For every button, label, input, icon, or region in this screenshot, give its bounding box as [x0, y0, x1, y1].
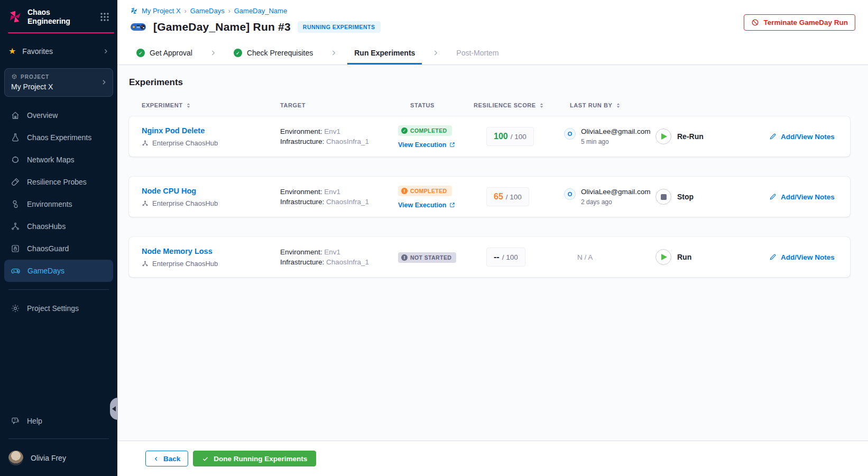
table-row: Nginx Pod Delete Enterprise ChaosHub Env…	[129, 116, 850, 157]
chevron-right-icon	[432, 41, 439, 65]
experiments-section: Experiments EXPERIMENT TARGET STATUS RES…	[117, 65, 868, 441]
back-button[interactable]: Back	[145, 451, 188, 466]
sidebar-item-help[interactable]: ? Help	[4, 410, 113, 432]
experiment-name-link[interactable]: Node Memory Loss	[142, 247, 213, 255]
sidebar-item-gamedays[interactable]: GameDays	[4, 260, 113, 282]
no-entry-icon	[751, 19, 759, 26]
sidebar-header: Chaos Engineering	[0, 0, 117, 32]
chevron-left-icon	[153, 456, 159, 462]
main-panel: My Project X › GameDays › GameDay_Name […	[117, 0, 868, 476]
action-label: Stop	[677, 193, 694, 201]
sidebar-spacer	[0, 319, 117, 410]
score-cell: 100 / 100	[474, 127, 564, 146]
project-selector[interactable]: PROJECT My Project X	[4, 68, 113, 97]
resilience-score-box: 65 / 100	[486, 187, 529, 206]
sidebar-item-chaoshubs[interactable]: ChaosHubs	[4, 215, 113, 237]
view-execution-link[interactable]: View Execution	[398, 141, 474, 149]
column-label: EXPERIMENT	[142, 102, 183, 108]
target-cell: Environment: Env1 Infrastructure: ChaosI…	[280, 126, 398, 147]
terminate-label: Terminate GameDay Run	[763, 19, 848, 26]
last-run-cell: O OliviaLee@gmail.com 5 min ago	[564, 127, 655, 145]
status-text: COMPLETED	[410, 188, 447, 194]
view-execution-label: View Execution	[398, 202, 446, 209]
action-cell: Stop	[655, 189, 769, 205]
sort-icon[interactable]	[539, 103, 544, 108]
tab-run-experiments[interactable]: Run Experiments	[351, 41, 418, 65]
column-header-status: STATUS	[398, 102, 474, 108]
gamepad-emoji-icon	[130, 21, 146, 33]
column-label: LAST RUN BY	[570, 102, 613, 108]
lock-shield-icon	[11, 244, 20, 253]
section-title: Experiments	[129, 77, 850, 88]
experiment-name-link[interactable]: Nginx Pod Delete	[142, 126, 205, 135]
done-label: Done Running Experiments	[214, 455, 307, 463]
avatar: O	[564, 128, 576, 140]
user-avatar	[8, 451, 23, 465]
score-value: --	[494, 252, 500, 262]
sidebar-item-chaos-experiments[interactable]: Chaos Experiments	[4, 126, 113, 149]
nodes-icon	[11, 222, 20, 231]
collapse-arrow-icon	[112, 406, 116, 411]
resilience-score-box: -- / 100	[486, 248, 525, 267]
sidebar-collapse-handle[interactable]	[110, 398, 118, 420]
sidebar-item-resilience-probes[interactable]: Resilience Probes	[4, 171, 113, 193]
sidebar-item-chaosguard[interactable]: ChaosGuard	[4, 237, 113, 260]
breadcrumb-module-icon	[130, 7, 138, 15]
step-label: Get Approval	[150, 49, 192, 57]
user-menu[interactable]: Olivia Frey	[0, 445, 117, 476]
nav-label: Environments	[27, 200, 72, 208]
action-cell: Re-Run	[655, 129, 769, 144]
add-view-notes-link[interactable]: Add/View Notes	[769, 133, 850, 141]
svg-text:?: ?	[14, 418, 16, 422]
module-grid-icon[interactable]	[98, 11, 111, 23]
avatar: O	[564, 188, 576, 200]
environment-label: Environment:	[280, 248, 322, 256]
run-time: 2 days ago	[581, 198, 651, 206]
add-view-notes-link[interactable]: Add/View Notes	[769, 193, 850, 201]
breadcrumb-gameday-link[interactable]: GameDay_Name	[234, 7, 287, 15]
action-label: Run	[677, 253, 691, 261]
sidebar-divider	[8, 438, 109, 439]
infrastructure-label: Infrastructure:	[280, 198, 324, 206]
cube-icon	[11, 74, 17, 80]
action-cell: Run	[655, 249, 769, 265]
re-run-button[interactable]: Re-Run	[655, 129, 704, 144]
stop-button[interactable]: Stop	[655, 189, 694, 205]
check-circle-icon: ✓	[401, 127, 408, 134]
exclamation-circle-icon: !	[401, 188, 408, 194]
pencil-icon	[769, 133, 777, 140]
sidebar-item-favorites[interactable]: ★ Favorites	[0, 40, 117, 63]
play-icon	[655, 129, 671, 144]
add-view-notes-link[interactable]: Add/View Notes	[769, 253, 850, 261]
tab-post-mortem[interactable]: Post-Mortem	[453, 41, 502, 65]
sort-icon[interactable]	[615, 103, 621, 108]
play-icon	[655, 249, 671, 265]
sort-icon[interactable]	[186, 103, 191, 108]
chevron-right-icon	[209, 41, 217, 65]
environment-value: Env1	[324, 248, 340, 256]
view-execution-link[interactable]: View Execution	[398, 202, 474, 209]
terminate-gameday-button[interactable]: Terminate GameDay Run	[744, 14, 855, 31]
column-label: STATUS	[410, 102, 435, 108]
flask-icon	[11, 133, 20, 142]
sidebar-item-overview[interactable]: Overview	[4, 104, 113, 126]
breadcrumb-gamedays-link[interactable]: GameDays	[190, 7, 225, 15]
run-button[interactable]: Run	[655, 249, 691, 265]
column-header-experiment: EXPERIMENT	[142, 102, 280, 108]
tab-check-prerequisites[interactable]: ✓ Check Prerequisites	[230, 41, 316, 65]
done-running-experiments-button[interactable]: Done Running Experiments	[193, 451, 316, 466]
table-row: Node CPU Hog Enterprise ChaosHub Environ…	[129, 177, 850, 217]
nav-label: ChaosHubs	[27, 222, 66, 231]
check-circle-icon: ✓	[234, 49, 242, 57]
sidebar-item-project-settings[interactable]: Project Settings	[4, 297, 113, 319]
app-title: Chaos Engineering	[27, 8, 93, 25]
breadcrumb-project-link[interactable]: My Project X	[142, 7, 181, 15]
sidebar-item-network-maps[interactable]: Network Maps	[4, 149, 113, 171]
experiment-name-link[interactable]: Node CPU Hog	[142, 187, 196, 195]
environment-value: Env1	[324, 188, 340, 196]
status-badge-completed-warning: ! COMPLETED	[398, 186, 452, 196]
sidebar-item-environments[interactable]: Environments	[4, 193, 113, 215]
chaos-engineering-logo-icon	[8, 10, 22, 24]
tab-get-approval[interactable]: ✓ Get Approval	[133, 41, 196, 65]
notes-cell: Add/View Notes	[769, 253, 850, 261]
